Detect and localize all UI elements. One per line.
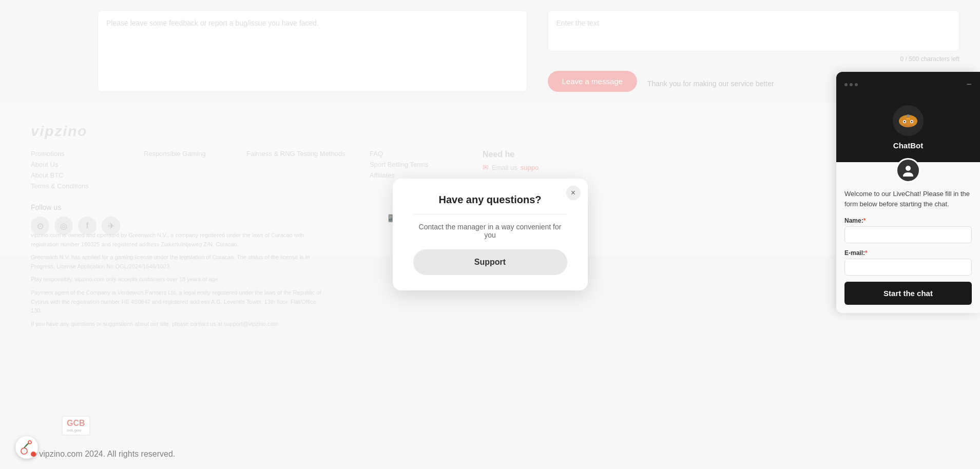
start-chat-button[interactable]: Start the chat <box>844 282 972 305</box>
email-required: * <box>865 249 868 257</box>
chat-bot-name: ChatBot <box>844 141 972 150</box>
svg-point-7 <box>906 166 911 171</box>
questions-modal: × Have any questions? Contact the manage… <box>393 179 588 290</box>
chat-dot-2 <box>850 83 853 86</box>
svg-rect-2 <box>906 118 910 120</box>
eruda-notification-dot <box>31 452 36 457</box>
modal-subtitle: Contact the manager in a way convenient … <box>413 223 567 239</box>
chat-widget: − ChatBot Welcome to <box>836 72 980 313</box>
chat-dot-1 <box>844 83 848 86</box>
modal-close-button[interactable]: × <box>566 186 581 200</box>
svg-point-9 <box>28 441 31 444</box>
svg-point-1 <box>907 114 910 118</box>
name-input[interactable] <box>844 226 972 243</box>
modal-divider <box>413 214 567 214</box>
chat-bot-section: ChatBot <box>836 97 980 162</box>
chat-header-dots <box>844 83 858 86</box>
name-label: Name:* <box>844 217 972 224</box>
eruda-icon[interactable] <box>15 436 38 459</box>
user-icon-svg <box>901 163 915 178</box>
chat-dot-3 <box>855 83 858 86</box>
name-required: * <box>863 217 866 224</box>
welcome-text: Welcome to our LiveChat! Please fill in … <box>844 189 972 209</box>
chat-header: − <box>836 72 980 97</box>
support-button[interactable]: Support <box>413 249 567 275</box>
modal-title: Have any questions? <box>413 194 567 206</box>
chatbot-icon-svg <box>897 113 919 128</box>
user-avatar <box>896 158 920 183</box>
chat-form-section: Welcome to our LiveChat! Please fill in … <box>836 162 980 313</box>
svg-point-5 <box>904 121 906 123</box>
chatbot-avatar <box>893 105 924 136</box>
email-input[interactable] <box>844 259 972 276</box>
chat-minimize-button[interactable]: − <box>966 79 972 90</box>
svg-point-8 <box>21 448 27 454</box>
email-label: E-mail:* <box>844 249 972 257</box>
svg-point-6 <box>911 121 913 123</box>
